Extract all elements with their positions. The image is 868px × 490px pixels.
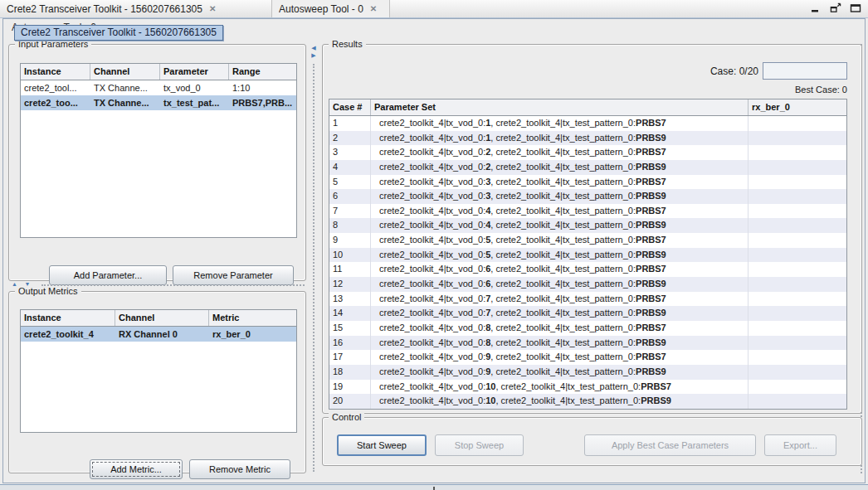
results-row[interactable]: 8crete2_toolkit_4|tx_vod_0:4, crete2_too… <box>329 218 846 233</box>
parameter-set: crete2_toolkit_4|tx_vod_0:10, crete2_too… <box>371 394 749 409</box>
case-number: 7 <box>329 204 371 219</box>
results-row[interactable]: 14crete2_toolkit_4|tx_vod_0:7, crete2_to… <box>329 306 846 321</box>
cell: 1:10 <box>229 80 296 95</box>
case-number: 15 <box>329 321 371 336</box>
minimize-icon[interactable] <box>810 2 822 14</box>
results-row[interactable]: 20crete2_toolkit_4|tx_vod_0:10, crete2_t… <box>329 394 846 409</box>
bottom-view-edge <box>0 484 868 490</box>
input-parameter-row[interactable]: crete2_too...TX Channe...tx_test_pat...P… <box>21 95 296 110</box>
results-table[interactable]: Case # Parameter Set rx_ber_0 1crete2_to… <box>329 99 847 410</box>
rx-ber-value <box>749 262 846 277</box>
column-header[interactable]: Instance <box>21 310 115 326</box>
column-header[interactable]: Channel <box>115 310 209 326</box>
case-number: 11 <box>329 262 371 277</box>
results-row[interactable]: 17crete2_toolkit_4|tx_vod_0:9, crete2_to… <box>329 350 846 365</box>
parameter-set: crete2_toolkit_4|tx_vod_0:8, crete2_tool… <box>371 336 749 351</box>
parameter-set: crete2_toolkit_4|tx_vod_0:4, crete2_tool… <box>371 204 749 219</box>
case-number: 19 <box>329 380 371 395</box>
results-row[interactable]: 13crete2_toolkit_4|tx_vod_0:7, crete2_to… <box>329 292 846 307</box>
column-header[interactable]: Parameter Set <box>371 99 749 115</box>
results-row[interactable]: 6crete2_toolkit_4|tx_vod_0:3, crete2_too… <box>329 189 846 204</box>
close-icon[interactable]: ✕ <box>209 4 216 13</box>
rx-ber-value <box>749 365 846 380</box>
column-header[interactable]: Parameter <box>160 64 229 80</box>
apply-best-case-button: Apply Best Case Parameters <box>584 434 756 456</box>
tab-crete2-transceiver-toolkit[interactable]: Crete2 Transceiver Toolkit - 15602076613… <box>0 0 272 17</box>
vertical-splitter[interactable]: ◀ ▶ <box>309 44 319 473</box>
case-number: 5 <box>329 175 371 190</box>
remove-metric-button[interactable]: Remove Metric <box>189 459 290 479</box>
group-title: Control <box>329 412 364 423</box>
rx-ber-value <box>749 145 846 160</box>
column-header[interactable]: Range <box>229 64 296 80</box>
column-header[interactable]: Instance <box>21 64 90 80</box>
case-number: 13 <box>329 292 371 307</box>
results-row[interactable]: 9crete2_toolkit_4|tx_vod_0:5, crete2_too… <box>329 233 846 248</box>
case-progress-label: Case: 0/20 <box>680 65 758 77</box>
close-icon[interactable]: ✕ <box>370 4 377 13</box>
cell: tx_vod_0 <box>160 80 229 95</box>
column-header[interactable]: rx_ber_0 <box>749 99 846 115</box>
rx-ber-value <box>749 160 846 175</box>
rx-ber-value <box>749 116 846 131</box>
case-number: 10 <box>329 248 371 263</box>
results-row[interactable]: 19crete2_toolkit_4|tx_vod_0:10, crete2_t… <box>329 380 846 395</box>
output-metrics-table[interactable]: Instance Channel Metric crete2_toolkit_4… <box>20 309 297 433</box>
case-number: 17 <box>329 350 371 365</box>
cell: RX Channel 0 <box>115 327 209 342</box>
input-parameters-table-body: crete2_tool...TX Channe...tx_vod_01:10cr… <box>21 80 296 110</box>
column-header[interactable]: Case # <box>329 99 371 115</box>
cell: crete2_toolkit_4 <box>21 327 115 342</box>
restore-icon[interactable] <box>830 2 841 14</box>
parameter-set: crete2_toolkit_4|tx_vod_0:4, crete2_tool… <box>371 218 749 233</box>
rx-ber-value <box>749 175 846 190</box>
cell: crete2_too... <box>21 95 90 110</box>
parameter-set: crete2_toolkit_4|tx_vod_0:6, crete2_tool… <box>371 277 749 292</box>
output-metrics-group: Output Metrics Instance Channel Metric c… <box>8 291 306 473</box>
input-parameter-row[interactable]: crete2_tool...TX Channe...tx_vod_01:10 <box>21 80 296 95</box>
cell: tx_test_pat... <box>160 95 229 110</box>
results-row[interactable]: 7crete2_toolkit_4|tx_vod_0:4, crete2_too… <box>329 204 846 219</box>
case-number: 20 <box>329 394 371 409</box>
results-row[interactable]: 1crete2_toolkit_4|tx_vod_0:1, crete2_too… <box>329 116 846 131</box>
column-header[interactable]: Channel <box>90 64 160 80</box>
output-metric-row[interactable]: crete2_toolkit_4RX Channel 0rx_ber_0 <box>21 327 296 342</box>
best-case-label: Best Case: 0 <box>748 85 847 95</box>
parameter-set: crete2_toolkit_4|tx_vod_0:1, crete2_tool… <box>371 131 749 146</box>
control-buttons: Start SweepStop SweepApply Best Case Par… <box>337 434 836 456</box>
parameter-set: crete2_toolkit_4|tx_vod_0:2, crete2_tool… <box>371 145 749 160</box>
parameter-set: crete2_toolkit_4|tx_vod_0:5, crete2_tool… <box>371 233 749 248</box>
collapse-left-icon[interactable]: ◀ <box>309 44 319 51</box>
rx-ber-value <box>749 350 846 365</box>
case-number: 4 <box>329 160 371 175</box>
results-row[interactable]: 2crete2_toolkit_4|tx_vod_0:1, crete2_too… <box>329 131 846 146</box>
input-parameters-table[interactable]: Instance Channel Parameter Range crete2_… <box>20 63 297 238</box>
parameter-set: crete2_toolkit_4|tx_vod_0:9, crete2_tool… <box>371 365 749 380</box>
results-row[interactable]: 11crete2_toolkit_4|tx_vod_0:6, crete2_to… <box>329 262 846 277</box>
case-number: 3 <box>329 145 371 160</box>
rx-ber-value <box>749 218 846 233</box>
cell: TX Channe... <box>90 80 160 95</box>
case-number: 14 <box>329 306 371 321</box>
tab-autosweep-tool[interactable]: Autosweep Tool - 0 ✕ <box>272 0 390 17</box>
results-row[interactable]: 4crete2_toolkit_4|tx_vod_0:2, crete2_too… <box>329 160 846 175</box>
results-row[interactable]: 3crete2_toolkit_4|tx_vod_0:2, crete2_too… <box>329 145 846 160</box>
start-sweep-button[interactable]: Start Sweep <box>337 434 427 456</box>
results-row[interactable]: 18crete2_toolkit_4|tx_vod_0:9, crete2_to… <box>329 365 846 380</box>
column-header[interactable]: Metric <box>209 310 296 326</box>
results-row[interactable]: 15crete2_toolkit_4|tx_vod_0:8, crete2_to… <box>329 321 846 336</box>
rx-ber-value <box>749 277 846 292</box>
parameter-set: crete2_toolkit_4|tx_vod_0:6, crete2_tool… <box>371 262 749 277</box>
group-title: Results <box>329 39 366 50</box>
rx-ber-value <box>749 306 846 321</box>
add-metric-button[interactable]: Add Metric... <box>90 459 183 479</box>
splitter-dots <box>41 284 305 286</box>
sweep-progress-bar <box>763 62 847 80</box>
table-header: Case # Parameter Set rx_ber_0 <box>329 99 846 116</box>
maximize-icon[interactable] <box>850 2 861 14</box>
results-row[interactable]: 10crete2_toolkit_4|tx_vod_0:5, crete2_to… <box>329 248 846 263</box>
collapse-right-icon[interactable]: ▶ <box>309 51 319 59</box>
results-row[interactable]: 12crete2_toolkit_4|tx_vod_0:6, crete2_to… <box>329 277 846 292</box>
results-row[interactable]: 16crete2_toolkit_4|tx_vod_0:8, crete2_to… <box>329 336 846 351</box>
results-row[interactable]: 5crete2_toolkit_4|tx_vod_0:3, crete2_too… <box>329 175 846 190</box>
